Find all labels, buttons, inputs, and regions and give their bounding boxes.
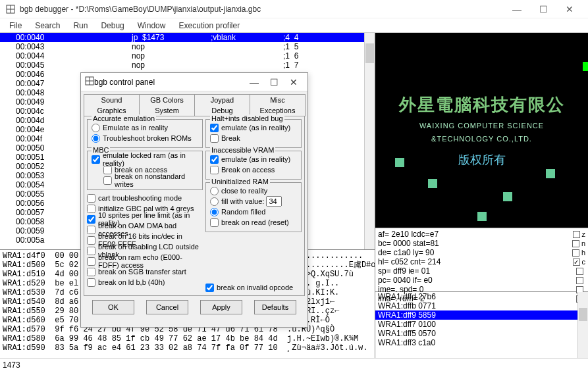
tab-sound[interactable]: Sound [84, 94, 140, 105]
window-titlebar: bgb debugger - *D:\Roms\GameBoy\DUMP\jia… [0, 0, 588, 18]
menu-debug[interactable]: Debug [94, 21, 130, 30]
menu-run[interactable]: Run [67, 21, 94, 30]
stack-row[interactable]: WRA1:dff5 0570 [375, 329, 588, 338]
check-long-option[interactable]: cart troubleshooting mode [87, 193, 203, 203]
maximize-button[interactable]: ☐ [530, 0, 556, 18]
menubar: File Search Run Debug Window Execution p… [0, 18, 588, 33]
minimize-button[interactable]: — [504, 0, 530, 18]
radio-fill-value[interactable]: fill with value: [210, 196, 297, 207]
disasm-row[interactable]: 00:0045nop ;1 7 [0, 61, 375, 70]
flag-check[interactable]: h [562, 248, 585, 257]
check-halt-emulate[interactable]: emulate (as in reality) [210, 122, 297, 133]
close-button[interactable]: ✕ [556, 0, 583, 18]
window-title: bgb debugger - *D:\Roms\GameBoy\DUMP\jia… [20, 5, 504, 14]
panel-maximize-button[interactable]: ☐ [264, 77, 284, 87]
flag-check[interactable] [562, 276, 585, 285]
defaults-button[interactable]: Defaults [254, 300, 296, 314]
check-vram-emulate[interactable]: emulate (as in reality) [210, 154, 297, 164]
radio-close-reality[interactable]: close to reality [210, 186, 297, 196]
stack-row[interactable]: WRA1:dff9 5859 [375, 310, 588, 320]
scrollbar-vertical[interactable] [364, 33, 375, 249]
radio-random-filled[interactable]: Random filled [210, 207, 297, 217]
fill-value-input[interactable] [266, 196, 282, 207]
tab-joypad[interactable]: Joypad [194, 94, 250, 105]
check-emulate-locked-ram[interactable]: emulate locked ram (as in reality) [92, 154, 198, 164]
check-break-nonstandard-writes[interactable]: break on nonstandard writes [92, 175, 198, 186]
group-accurate-emulation: Accurate emulation Emulate as in reality… [87, 119, 203, 148]
check-break-invalid-opcode[interactable]: break on invalid opcode [205, 282, 302, 293]
disasm-row[interactable]: 00:0043nop ;1 5 [0, 42, 375, 51]
radio-emulate-reality[interactable]: Emulate as in reality [92, 122, 198, 133]
stack-row[interactable]: WRA1:dffb 0771 [375, 301, 588, 310]
emu-logo-line3: 版权所有 [375, 152, 588, 168]
app-icon [85, 76, 94, 88]
flag-check[interactable]: c [562, 257, 585, 266]
emu-logo-line2a: WAIXING COMPUTER SCIENCE [375, 122, 588, 130]
tab-gbcolors[interactable]: GB Colors [139, 94, 195, 105]
flag-check[interactable]: z [562, 230, 585, 239]
emulator-screen: 外星電腦科技有限公 WAIXING COMPUTER SCIENCE &TECH… [375, 33, 588, 228]
menu-file[interactable]: File [3, 21, 28, 30]
stack-row[interactable]: WRA1:dffd 27b6 [375, 292, 588, 301]
statusbar: 1473 [0, 358, 588, 371]
group-mbc: MBC emulate locked ram (as in reality) b… [87, 151, 203, 190]
stack-pane[interactable]: WRA1:dffd 27b6WRA1:dffb 0771WRA1:dff9 58… [375, 292, 588, 358]
registers-pane[interactable]: af= 2e10 lcdc=e7bc= 0000 stat=81de= c1a0… [375, 228, 588, 292]
scrollbar-vertical[interactable] [577, 292, 588, 358]
app-icon [5, 4, 16, 14]
cancel-button[interactable]: Cancel [146, 300, 188, 314]
emu-logo-line1: 外星電腦科技有限公 [375, 93, 588, 116]
ok-button[interactable]: OK [92, 300, 134, 314]
check-vram-break[interactable]: Break on access [210, 164, 297, 175]
apply-button[interactable]: Apply [200, 300, 242, 314]
control-panel-dialog: bgb control panel — ☐ ✕ Sound GB Colors … [80, 72, 308, 328]
stack-row[interactable]: WRA1:dff7 0100 [375, 320, 588, 329]
group-uninitialized-ram: Uninitialized RAM close to reality fill … [205, 182, 302, 232]
flag-check[interactable]: n [562, 239, 585, 248]
panel-minimize-button[interactable]: — [244, 77, 264, 87]
group-inaccessible-vram: Inaccessible VRAM emulate (as in reality… [205, 151, 302, 180]
panel-title: bgb control panel [94, 78, 244, 87]
reg-highlight [583, 62, 588, 71]
check-long-option[interactable]: break on ld b,b (40h) [87, 277, 203, 287]
check-break-on-read[interactable]: break on read (reset) [210, 217, 297, 228]
tab-misc[interactable]: Misc [250, 94, 306, 105]
group-halt-ints: Halt+ints disabled bug emulate (as in re… [205, 119, 302, 148]
flag-check[interactable] [562, 266, 585, 276]
disasm-row[interactable]: 00:0040jp $1473;vblank;4 4 [0, 33, 375, 42]
stack-row[interactable]: WRA1:dff3 c1a0 [375, 338, 588, 347]
panel-close-button[interactable]: ✕ [284, 77, 304, 87]
menu-execution-profiler[interactable]: Execution profiler [172, 21, 246, 30]
status-text: 1473 [3, 360, 20, 370]
check-long-option[interactable]: break on SGB transfer start [87, 266, 203, 277]
menu-search[interactable]: Search [28, 21, 67, 30]
emu-logo-line2b: &TECHNOLOGY CO.,LTD. [375, 135, 588, 143]
check-long-option[interactable]: break on ram echo (E000-FDFF) access [87, 256, 203, 266]
radio-troubleshoot-roms[interactable]: Troubleshoot broken ROMs [92, 133, 198, 143]
menu-window[interactable]: Window [131, 21, 173, 30]
check-halt-break[interactable]: Break [210, 133, 297, 143]
disasm-row[interactable]: 00:0044nop ;1 6 [0, 51, 375, 61]
